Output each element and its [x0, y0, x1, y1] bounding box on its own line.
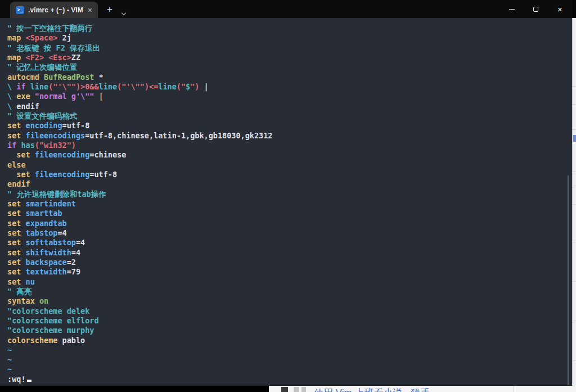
- divider: [573, 204, 576, 205]
- terminal-line: \ exe "normal g'\"" |: [7, 92, 566, 101]
- terminal-line: set softtabstop=4: [7, 238, 566, 247]
- terminal-tab[interactable]: >_ .vimrc + (~) - VIM ×: [10, 2, 98, 18]
- background-window-right-edge: [572, 18, 576, 392]
- terminal-line: set expandtab: [7, 219, 566, 228]
- minimize-button[interactable]: [500, 0, 524, 18]
- terminal-line: \ if line("'\"")>0&&line("'\"")<=line("$…: [7, 82, 566, 92]
- vim-buffer: " 按一下空格往下翻两行map <Space> 2j" 老板键 按 F2 保存退…: [7, 24, 566, 384]
- terminal-line: " 设置文件编码格式: [7, 111, 566, 121]
- terminal-line: endif: [7, 179, 566, 189]
- terminal-line: if has("win32"): [7, 141, 566, 150]
- terminal-line: map <Space> 2j: [7, 33, 566, 43]
- background-text-fragment: [573, 135, 576, 142]
- terminal-line: " 高亮: [7, 287, 566, 296]
- terminal-line: set smartindent: [7, 199, 566, 209]
- terminal-line: set nu: [7, 277, 566, 287]
- terminal-line: ~: [7, 345, 566, 355]
- minimize-icon: [509, 9, 515, 10]
- terminal-line: set fileencodings=utf-8,chinese,latin-1,…: [7, 131, 566, 141]
- terminal-line: set encoding=utf-8: [7, 121, 566, 130]
- terminal-line: set fileencoding=utf-8: [7, 170, 566, 179]
- tab-dropdown-button[interactable]: [119, 7, 130, 13]
- divider: [573, 321, 576, 321]
- terminal-line: set fileencoding=chinese: [7, 150, 566, 160]
- maximize-button[interactable]: [524, 0, 548, 18]
- close-icon: ×: [557, 5, 562, 13]
- divider: [573, 360, 576, 361]
- background-link[interactable]: 使用 Vim 上班看小说 - 猫手: [314, 386, 430, 392]
- title-bar: >_ .vimrc + (~) - VIM × + ×: [0, 0, 572, 18]
- terminal-line: syntax on: [7, 296, 566, 306]
- background-ui-fragment: [302, 387, 306, 392]
- terminal-line: ~: [7, 355, 566, 364]
- terminal-line: colorscheme pablo: [7, 336, 566, 345]
- terminal-line: "colorscheme murphy: [7, 326, 566, 335]
- divider: [573, 242, 576, 242]
- terminal-line: set tabstop=4: [7, 228, 566, 238]
- maximize-icon: [533, 7, 538, 12]
- background-ui-fragment: [294, 387, 299, 392]
- terminal-line: :wq!: [7, 375, 566, 384]
- divider: [573, 104, 576, 105]
- divider: [514, 386, 514, 392]
- terminal-line: set textwidth=79: [7, 267, 566, 277]
- divider: [573, 186, 576, 186]
- background-window-bottom-edge: 使用 Vim 上班看小说 - 猫手: [269, 386, 576, 392]
- terminal-line: " 记忆上次编辑位置: [7, 62, 566, 72]
- tab-close-icon[interactable]: ×: [87, 6, 93, 14]
- window-controls: ×: [500, 0, 572, 18]
- terminal-line: ~: [7, 364, 566, 374]
- terminal-line: set backspace=2: [7, 258, 566, 267]
- divider: [573, 172, 576, 172]
- new-tab-button[interactable]: +: [102, 3, 117, 16]
- divider: [573, 86, 576, 87]
- terminal-line: "colorscheme elflord: [7, 316, 566, 326]
- divider: [573, 129, 576, 130]
- terminal-line: autocmd BufReadPost *: [7, 73, 566, 82]
- terminal-content-area[interactable]: " 按一下空格往下翻两行map <Space> 2j" 老板键 按 F2 保存退…: [0, 18, 572, 386]
- terminal-line: set smarttab: [7, 209, 566, 218]
- tab-title: .vimrc + (~) - VIM: [28, 6, 83, 14]
- terminal-line: " 老板键 按 F2 保存退出: [7, 43, 566, 53]
- background-ui-fragment: [281, 387, 288, 392]
- powershell-icon: >_: [16, 6, 24, 14]
- terminal-line: \ endif: [7, 102, 566, 111]
- terminal-line: "colorscheme delek: [7, 307, 566, 316]
- terminal-cursor: [27, 380, 32, 382]
- terminal-line: map <F2> <Esc>ZZ: [7, 53, 566, 62]
- terminal-line: else: [7, 160, 566, 170]
- terminal-line: " 按一下空格往下翻两行: [7, 24, 566, 33]
- scrollbar-thumb[interactable]: [568, 175, 569, 386]
- chevron-down-icon: [122, 11, 126, 15]
- divider: [573, 281, 576, 282]
- terminal-line: set shiftwidth=4: [7, 248, 566, 258]
- terminal-line: " 允许退格键删除和tab操作: [7, 190, 566, 199]
- close-button[interactable]: ×: [548, 0, 572, 18]
- terminal-window: >_ .vimrc + (~) - VIM × + × " 按一下空格往下翻两行…: [0, 0, 572, 386]
